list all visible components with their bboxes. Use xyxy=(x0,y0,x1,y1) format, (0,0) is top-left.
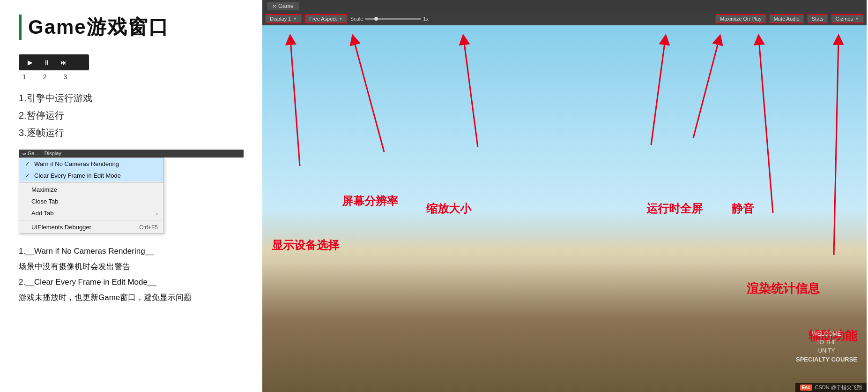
scale-value: 1x xyxy=(423,16,429,22)
page-title: Game游戏窗口 xyxy=(28,14,169,40)
desc-item-3: 3.逐帧运行 xyxy=(19,127,244,139)
welcome-line2: TO THE xyxy=(796,338,857,347)
play-button[interactable]: ▶ xyxy=(23,57,37,68)
welcome-line4: SPECIALTY COURSE xyxy=(796,355,857,364)
context-menu-area: ∞ Ga... Display ✓ Warn if No Cameras Ren… xyxy=(19,150,244,234)
annotation-scale: 缩放大小 xyxy=(426,201,471,216)
annotation-mute: 静音 xyxy=(732,201,754,216)
mute-button[interactable]: Mute Audio xyxy=(769,14,804,23)
ctx-label-maximize: Maximize xyxy=(31,186,57,193)
desc-item-1: 1.引擎中运行游戏 xyxy=(19,92,244,105)
annotation-display: 显示设备选择 xyxy=(272,238,339,253)
gizmos-arrow-icon: ▼ xyxy=(855,16,859,21)
sky-background xyxy=(262,25,867,392)
aspect-arrow-icon: ▼ xyxy=(339,16,343,21)
welcome-line1: WELCOME xyxy=(796,330,857,338)
bottom-desc-3: 2.__Clear Every Frame in Edit Mode__ xyxy=(19,276,244,289)
mini-bar-game: ∞ Ga... xyxy=(22,151,39,156)
bottom-desc-4: 游戏未播放时，也更新Game窗口，避免显示问题 xyxy=(19,291,244,305)
ctx-item-add-tab[interactable]: Add Tab › xyxy=(19,207,163,219)
desc-item-2: 2.暂停运行 xyxy=(19,109,244,122)
game-mini-bar: ∞ Ga... Display xyxy=(19,150,244,158)
title-accent xyxy=(19,15,22,40)
ctx-label-warn: Warn if No Cameras Rendering xyxy=(34,160,119,167)
context-menu: ✓ Warn if No Cameras Rendering ✓ Clear E… xyxy=(19,158,164,234)
gizmos-button[interactable]: Gizmos ▼ xyxy=(831,14,864,23)
bottom-desc-1: 1.__Warn if No Cameras Rendering__ xyxy=(19,245,244,258)
ctx-label-close-tab: Close Tab xyxy=(31,198,59,205)
csdn-bar: Esc CSDN @于指尖飞翔 xyxy=(795,383,867,392)
bottom-desc-2: 场景中没有摄像机时会发出警告 xyxy=(19,260,244,274)
game-window: ∞ Game Display 1 ▼ Free Aspect ▼ Scale 1… xyxy=(262,0,867,392)
ctx-item-clear-frame[interactable]: ✓ Clear Every Frame in Edit Mode xyxy=(19,170,163,181)
game-tab[interactable]: ∞ Game xyxy=(267,2,299,10)
annotation-stats: 渲染统计信息 xyxy=(747,280,820,297)
pause-button[interactable]: ⏸ xyxy=(40,57,53,68)
ctx-item-warn-cameras[interactable]: ✓ Warn if No Cameras Rendering xyxy=(19,158,163,170)
page-title-bar: Game游戏窗口 xyxy=(19,14,244,40)
horizon-glow xyxy=(262,235,867,264)
check-icon-warn: ✓ xyxy=(25,160,31,167)
maximize-button[interactable]: Maximize On Play xyxy=(715,14,766,23)
annotation-maximize: 运行时全屏 xyxy=(646,201,703,216)
welcome-line3: UNITY xyxy=(796,347,857,355)
check-icon-clear: ✓ xyxy=(25,172,31,179)
aspect-button[interactable]: Free Aspect ▼ xyxy=(304,14,348,23)
stats-button[interactable]: Stats xyxy=(807,14,828,23)
scale-label: Scale xyxy=(350,16,364,22)
left-panel: Game游戏窗口 ▶ ⏸ ⏭ 1 2 3 1.引擎中运行游戏 2.暂停运行 3.… xyxy=(0,0,262,392)
ctx-label-uielements: UIElements Debugger xyxy=(31,224,91,231)
desc-list: 1.引擎中运行游戏 2.暂停运行 3.逐帧运行 xyxy=(19,92,244,139)
ctx-item-maximize[interactable]: Maximize xyxy=(19,184,163,196)
ctrl-num-1: 1 xyxy=(22,73,26,81)
display-button[interactable]: Display 1 ▼ xyxy=(265,14,302,23)
display-arrow-icon: ▼ xyxy=(293,16,297,21)
ctrl-numbers: 1 2 3 xyxy=(19,73,244,81)
annotation-resolution: 屏幕分辨率 xyxy=(342,194,398,209)
ctx-label-clear: Clear Every Frame in Edit Mode xyxy=(34,172,121,179)
scale-dot xyxy=(374,17,378,21)
submenu-arrow-icon: › xyxy=(156,211,158,216)
ctx-shortcut-uielements: Ctrl+F5 xyxy=(139,224,158,231)
csdn-logo: Esc xyxy=(800,384,812,391)
scale-slider[interactable] xyxy=(365,18,421,20)
ctx-divider-1 xyxy=(19,182,163,183)
ctx-item-close-tab[interactable]: Close Tab xyxy=(19,196,163,207)
ctx-item-uielements[interactable]: UIElements Debugger Ctrl+F5 xyxy=(19,221,163,233)
bottom-desc: 1.__Warn if No Cameras Rendering__ 场景中没有… xyxy=(19,245,244,305)
game-toolbar: Display 1 ▼ Free Aspect ▼ Scale 1x Maxim… xyxy=(262,12,867,25)
playback-controls: ▶ ⏸ ⏭ xyxy=(19,54,89,70)
step-button[interactable]: ⏭ xyxy=(57,57,70,68)
right-panel: ∞ Game Display 1 ▼ Free Aspect ▼ Scale 1… xyxy=(262,0,867,392)
ctrl-num-2: 2 xyxy=(43,73,47,81)
csdn-text: CSDN @于指尖飞翔 xyxy=(815,384,862,391)
ctx-label-add-tab: Add Tab xyxy=(31,210,53,217)
ctrl-num-3: 3 xyxy=(64,73,67,81)
welcome-text: WELCOME TO THE UNITY SPECIALTY COURSE xyxy=(796,330,857,364)
game-viewport: 显示设备选择 屏幕分辨率 缩放大小 运行时全屏 静音 渲染统计信息 辅助功能 xyxy=(262,25,867,392)
ctx-divider-2 xyxy=(19,220,163,220)
mini-bar-display: Display xyxy=(45,151,61,156)
scale-control: Scale 1x xyxy=(350,16,530,22)
game-title-bar: ∞ Game xyxy=(262,0,867,12)
